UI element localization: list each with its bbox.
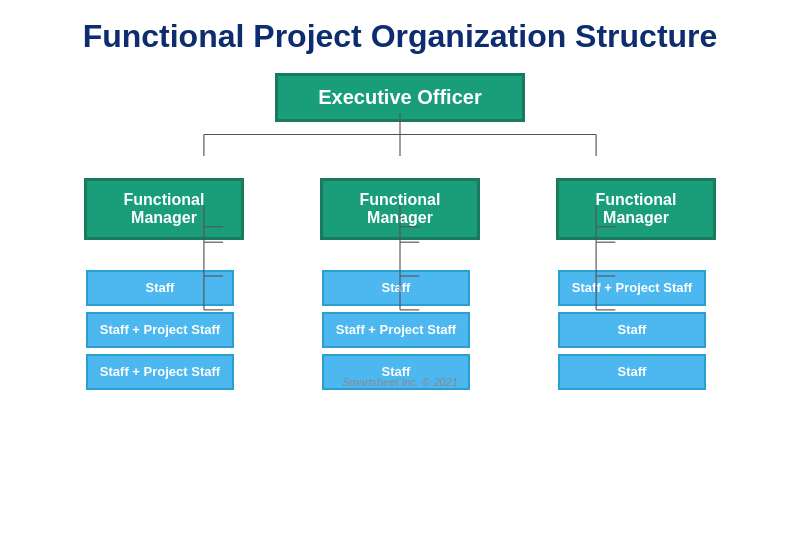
sub-items-1: Staff Staff + Project Staff Staff + Proj… — [66, 240, 262, 396]
column-2: Functional Manager Staff Staff + Project… — [292, 178, 508, 396]
staff-item-1-2: Staff + Project Staff — [86, 354, 234, 390]
page-title: Functional Project Organization Structur… — [83, 18, 718, 55]
staff-item-3-2: Staff — [558, 354, 706, 390]
sub-items-2: Staff Staff + Project Staff Staff — [302, 240, 498, 396]
staff-item-3-1: Staff — [558, 312, 706, 348]
column-1: Functional Manager Staff Staff + Project… — [56, 178, 272, 396]
sub-items-3: Staff + Project Staff Staff Staff — [538, 240, 734, 396]
staff-item-2-0: Staff — [322, 270, 470, 306]
staff-item-3-0: Staff + Project Staff — [558, 270, 706, 306]
footer-text: Smartsheet Inc. © 2021 — [342, 376, 458, 388]
staff-item-1-1: Staff + Project Staff — [86, 312, 234, 348]
manager-box-2: Functional Manager — [320, 178, 480, 240]
manager-box-1: Functional Manager — [84, 178, 244, 240]
manager-box-3: Functional Manager — [556, 178, 716, 240]
staff-item-2-1: Staff + Project Staff — [322, 312, 470, 348]
executive-officer-box: Executive Officer — [275, 73, 524, 122]
column-3: Functional Manager Staff + Project Staff… — [528, 178, 744, 396]
staff-item-1-0: Staff — [86, 270, 234, 306]
